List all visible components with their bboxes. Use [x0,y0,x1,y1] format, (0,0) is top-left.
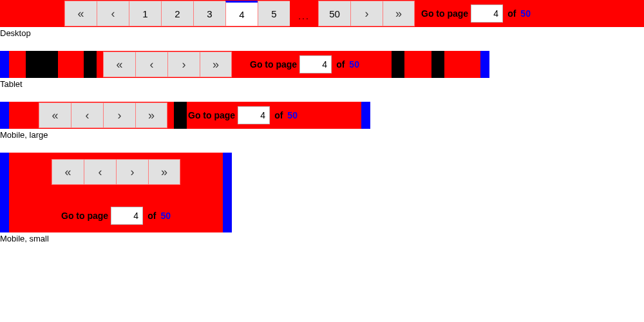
last-page-button[interactable]: » [200,52,232,77]
last-page-button[interactable]: » [148,159,180,185]
variant-label-desktop: Desktop [0,27,644,42]
overflow-indicator-left [0,102,9,129]
chevron-double-right-icon: » [148,109,155,122]
goto-of-label: of [334,59,346,70]
pagination-desktop: « ‹ 1 2 3 4 5 ... 50 › » [64,1,415,26]
variant-label-tablet: Tablet [0,78,644,93]
page-5-button[interactable]: 5 [258,1,290,26]
goto-page-input[interactable] [111,207,143,225]
next-page-button[interactable]: › [103,102,135,128]
page-2-button[interactable]: 2 [161,1,193,26]
goto-page-group: Go to page of 50 [182,102,304,128]
overflow-indicator-right [480,51,489,78]
first-page-button[interactable]: « [103,52,135,77]
pagination-frame-mobile-large: « ‹ › » Go to page of 50 [0,102,370,129]
chevron-double-left-icon: « [64,166,71,179]
chevron-double-left-icon: « [116,58,122,71]
page-50-button[interactable]: 50 [318,1,350,26]
chevron-left-icon: ‹ [150,58,154,71]
chevron-right-icon: › [118,109,122,122]
goto-page-group: Go to page of 50 [243,52,366,77]
overflow-indicator-left [0,153,9,232]
chevron-double-left-icon: « [77,7,84,21]
pagination-mobile-small: « ‹ › » [52,159,180,185]
page-3-button[interactable]: 3 [193,1,225,26]
prev-page-button[interactable]: ‹ [97,1,129,26]
prev-page-button[interactable]: ‹ [135,52,167,77]
goto-of-label: of [272,110,285,120]
pagination-frame-tablet-wrapper: « ‹ › » Go to page of 50 [0,51,644,78]
goto-page-input[interactable] [238,106,270,124]
prev-page-button[interactable]: ‹ [84,159,116,185]
prev-page-button[interactable]: ‹ [71,102,103,128]
goto-page-input[interactable] [471,5,503,23]
chevron-left-icon: ‹ [99,166,102,179]
overflow-indicator-left [0,51,9,78]
pagination-frame-desktop: « ‹ 1 2 3 4 5 ... 50 › » Go to page of 5… [0,0,644,27]
variant-label-mobile-small: Mobile, small [0,232,644,247]
chevron-double-right-icon: » [395,7,402,21]
chevron-right-icon: › [131,166,135,179]
goto-total-pages: 50 [287,110,298,120]
chevron-right-icon: › [182,58,186,71]
first-page-button[interactable]: « [52,159,84,185]
chevron-double-right-icon: » [161,166,167,179]
first-page-button[interactable]: « [39,102,71,128]
chevron-double-left-icon: « [52,109,58,122]
goto-page-label: Go to page [188,110,235,120]
pagination-tablet: « ‹ › » [103,52,232,77]
goto-total-pages: 50 [160,211,171,221]
page-ellipsis: ... [290,1,318,26]
page-4-button[interactable]: 4 [225,1,258,26]
next-page-button[interactable]: › [350,1,383,26]
goto-total-pages: 50 [349,59,359,70]
chevron-double-right-icon: » [213,58,219,71]
chevron-left-icon: ‹ [111,7,115,21]
chevron-left-icon: ‹ [86,109,90,122]
pagination-frame-mobile-small: « ‹ › » Go to page of 50 [0,153,232,232]
goto-of-label: of [506,8,518,19]
goto-page-label: Go to page [61,211,108,221]
first-page-button[interactable]: « [64,1,97,26]
variant-label-mobile-large: Mobile, large [0,129,644,144]
overflow-indicator-right [361,102,370,129]
goto-page-group: Go to page of 50 [55,203,177,229]
goto-page-label: Go to page [421,8,468,19]
goto-page-input[interactable] [299,55,332,73]
goto-page-group: Go to page of 50 [415,1,537,26]
next-page-button[interactable]: › [116,159,148,185]
pagination-mobile-large: « ‹ › » [39,102,167,128]
next-page-button[interactable]: › [167,52,200,77]
goto-page-label: Go to page [250,59,297,70]
goto-of-label: of [146,211,158,221]
last-page-button[interactable]: » [135,102,167,128]
chevron-right-icon: › [365,7,369,21]
last-page-button[interactable]: » [383,1,415,26]
overflow-indicator-right [223,153,232,232]
page-1-button[interactable]: 1 [129,1,161,26]
pagination-frame-tablet: « ‹ › » Go to page of 50 [0,51,489,78]
goto-total-pages: 50 [520,8,531,19]
